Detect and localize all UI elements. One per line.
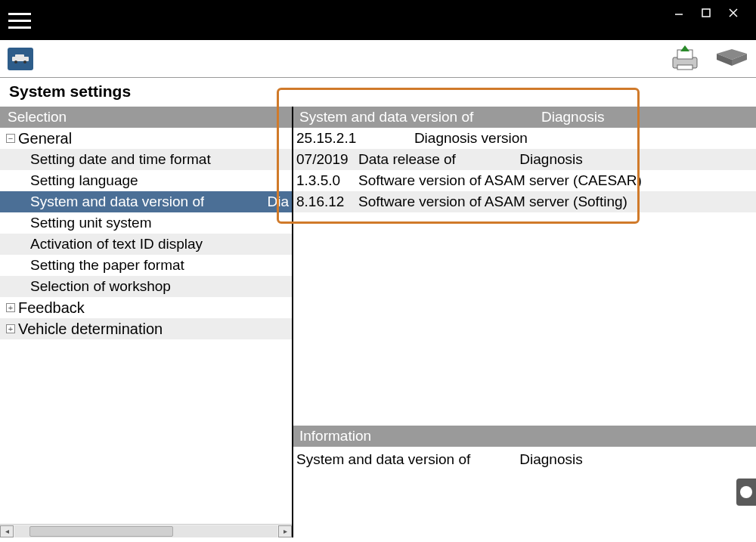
- tree-expander-icon[interactable]: −: [6, 134, 15, 143]
- version-cell: 25.15.2.1: [296, 130, 358, 147]
- table-row[interactable]: 07/2019Data release of Diagnosis: [293, 149, 756, 170]
- titlebar: [0, 0, 756, 40]
- maximize-button[interactable]: [692, 3, 720, 23]
- scroll-track[interactable]: [14, 525, 277, 537]
- tree-item[interactable]: +Feedback: [0, 297, 292, 318]
- tree-item[interactable]: Setting language: [0, 170, 292, 191]
- svg-rect-10: [677, 65, 692, 70]
- scroll-right-button[interactable]: ▸: [278, 525, 292, 537]
- information-section: Information System and data version of D…: [293, 426, 756, 537]
- tree-expander-icon[interactable]: +: [6, 303, 15, 312]
- svg-rect-1: [702, 9, 710, 17]
- minimize-button[interactable]: [665, 3, 692, 23]
- tree-item[interactable]: Setting date and time format: [0, 149, 292, 170]
- tree-item-overflow: Dia: [267, 194, 289, 210]
- description-cell: Software version of ASAM server (Softing…: [358, 194, 756, 210]
- info-value: Diagnosis: [519, 451, 582, 467]
- tree-item[interactable]: −General: [0, 128, 292, 149]
- tree-expander-icon[interactable]: +: [6, 324, 15, 333]
- printer-upload-icon: [670, 44, 700, 71]
- book-icon: [715, 46, 748, 69]
- export-print-button[interactable]: [670, 44, 700, 74]
- tree-item[interactable]: System and data version ofDia: [0, 191, 292, 212]
- tree-item[interactable]: Activation of text ID display: [0, 234, 292, 255]
- tree-item-label: Setting language: [30, 172, 138, 189]
- tree-item-label: Setting the paper format: [30, 257, 184, 274]
- car-icon: [11, 54, 30, 64]
- manual-button[interactable]: [715, 46, 748, 72]
- tree-item-label: Selection of workshop: [30, 278, 171, 295]
- scroll-left-button[interactable]: ◂: [0, 525, 14, 537]
- table-row[interactable]: 8.16.12Software version of ASAM server (…: [293, 191, 756, 212]
- tree-item-label: General: [18, 130, 72, 147]
- svg-point-6: [14, 60, 17, 63]
- data-area: System and data version of Diagnosis 25.…: [293, 107, 756, 426]
- tree-item-label: System and data version of: [30, 194, 204, 210]
- information-body: System and data version of Diagnosis: [293, 447, 756, 537]
- close-button[interactable]: [720, 3, 747, 23]
- window-controls: [665, 0, 756, 23]
- tree-item-label: Activation of text ID display: [30, 236, 203, 252]
- version-cell: 8.16.12: [296, 194, 358, 210]
- toolbar: [0, 40, 756, 78]
- tree-item[interactable]: +Vehicle determination: [0, 318, 292, 339]
- tree-item-label: Feedback: [18, 299, 85, 317]
- version-table: 25.15.2.1 Diagnosis version07/2019Data r…: [293, 128, 756, 212]
- teamviewer-tab[interactable]: [736, 479, 756, 506]
- hamburger-menu-button[interactable]: [0, 0, 33, 33]
- page-title: System settings: [0, 78, 756, 107]
- scroll-thumb[interactable]: [29, 526, 173, 537]
- data-table-header: System and data version of Diagnosis: [293, 107, 756, 128]
- tree-item-label: Setting unit system: [30, 215, 152, 231]
- description-cell: Diagnosis version: [358, 130, 756, 147]
- data-header-left: System and data version of: [299, 109, 541, 125]
- svg-rect-5: [15, 54, 24, 57]
- tree-item[interactable]: Setting the paper format: [0, 255, 292, 276]
- tree-item[interactable]: Setting unit system: [0, 212, 292, 234]
- svg-point-7: [23, 60, 26, 63]
- right-panel: System and data version of Diagnosis 25.…: [293, 107, 756, 537]
- table-row[interactable]: 1.3.5.0Software version of ASAM server (…: [293, 170, 756, 191]
- information-header: Information: [293, 426, 756, 447]
- info-label: System and data version of: [296, 451, 516, 468]
- left-panel: Selection −GeneralSetting date and time …: [0, 107, 293, 537]
- data-header-right: Diagnosis: [541, 109, 604, 125]
- tree-item-label: Vehicle determination: [18, 321, 163, 338]
- tree-item[interactable]: Selection of workshop: [0, 276, 292, 297]
- description-cell: Data release of Diagnosis: [358, 151, 756, 168]
- version-cell: 1.3.5.0: [296, 172, 358, 189]
- table-row[interactable]: 25.15.2.1 Diagnosis version: [293, 128, 756, 149]
- horizontal-scrollbar[interactable]: ◂ ▸: [0, 524, 292, 537]
- content-area: Selection −GeneralSetting date and time …: [0, 107, 756, 537]
- version-cell: 07/2019: [296, 151, 358, 168]
- svg-marker-11: [680, 45, 689, 51]
- tree-item-label: Setting date and time format: [30, 151, 211, 168]
- settings-tree: −GeneralSetting date and time formatSett…: [0, 128, 292, 524]
- selection-header: Selection: [0, 107, 292, 128]
- teamviewer-icon: [739, 485, 753, 499]
- vehicle-button[interactable]: [8, 48, 33, 70]
- description-cell: Software version of ASAM server (CAESAR): [358, 172, 756, 189]
